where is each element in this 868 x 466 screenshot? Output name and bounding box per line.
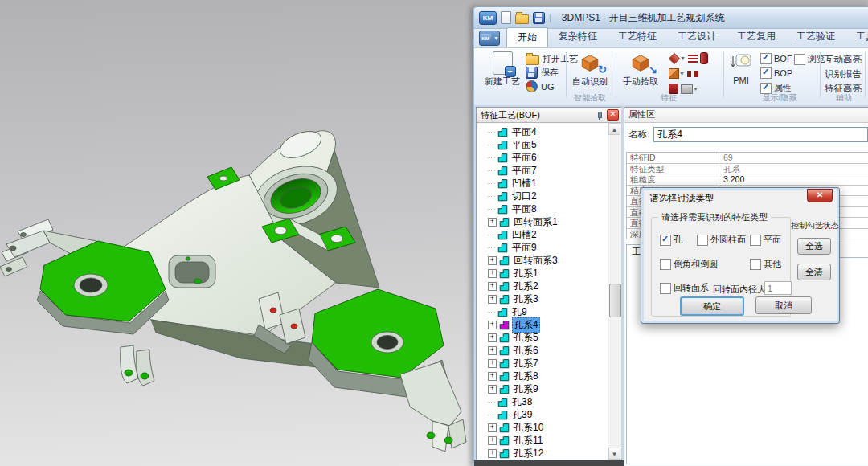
expand-icon[interactable]: + [488, 282, 497, 291]
tree-item[interactable]: +孔系10 [477, 421, 608, 434]
feature-icon [499, 320, 510, 330]
tree-item[interactable]: 切口2 [477, 190, 608, 202]
tree-item[interactable]: 凹槽1 [477, 177, 608, 190]
pin-icon[interactable] [595, 111, 604, 120]
dialog-close-icon[interactable]: ✕ [807, 189, 833, 202]
expand-icon[interactable]: + [488, 218, 497, 227]
clear-all-button[interactable]: 全清 [797, 264, 831, 280]
expand-icon[interactable]: + [488, 346, 497, 355]
ok-button[interactable]: 确定 [680, 296, 744, 316]
tree-item[interactable]: +回转面系3 [477, 254, 608, 267]
expand-icon[interactable]: + [488, 385, 497, 394]
outer-cylinder-checkbox-box[interactable] [697, 235, 708, 246]
scroll-down-arrow[interactable]: ▼ [608, 448, 620, 460]
select-all-button[interactable]: 全选 [797, 238, 831, 255]
tree-item[interactable]: +孔系7 [477, 357, 608, 370]
revolve-checkbox-box[interactable] [660, 283, 671, 294]
tab-工艺特征[interactable]: 工艺特征 [608, 27, 667, 47]
expand-icon[interactable]: + [488, 321, 497, 329]
checkbox-hole[interactable]: 孔 [660, 234, 682, 246]
auto-recognize-button[interactable]: ↻ 自动识别 [568, 50, 612, 95]
feature-diamond-button[interactable]: ▼ [669, 53, 686, 64]
interactive-highlight-button[interactable]: 互动高亮 [825, 54, 862, 66]
tab-开始[interactable]: 开始 [506, 27, 548, 47]
close-panel-icon[interactable]: ✕ [607, 109, 619, 121]
checkbox-browse[interactable]: 浏览 [794, 53, 825, 65]
bracket-part-model[interactable] [0, 0, 473, 466]
tree-item[interactable]: +孔系6 [477, 344, 608, 357]
bop-checkbox-box[interactable] [760, 67, 772, 79]
chamfer-checkbox-box[interactable] [660, 259, 671, 270]
tree-item[interactable]: +孔系12 [477, 447, 608, 460]
expand-icon[interactable]: + [488, 449, 497, 458]
tree-item[interactable]: +孔系4 [477, 318, 608, 331]
scroll-thumb[interactable] [609, 284, 621, 317]
expand-icon[interactable]: + [488, 372, 497, 381]
3d-viewport[interactable] [0, 0, 473, 466]
tab-复杂特征[interactable]: 复杂特征 [548, 27, 608, 47]
feature-cylinder-button[interactable] [700, 52, 708, 64]
tab-工具[interactable]: 工具 [845, 27, 868, 47]
feature-icon [497, 140, 508, 150]
tree-item[interactable]: 孔39 [477, 408, 608, 421]
manual-pick-button[interactable]: ↘ 手动拾取 [619, 50, 662, 95]
plane-checkbox-box[interactable] [750, 235, 761, 246]
expand-icon[interactable]: + [488, 359, 497, 368]
other-checkbox-box[interactable] [750, 259, 761, 270]
new-process-button[interactable]: 新建工艺 [481, 50, 524, 95]
cancel-button[interactable]: 取消 [755, 296, 812, 314]
feature-box-button[interactable]: ▼ [669, 68, 685, 79]
tree-scrollbar[interactable]: ▲ ▼ [608, 123, 621, 460]
app-menu-button[interactable]: KM ▼ [479, 31, 500, 46]
checkbox-revolve-face[interactable]: 回转面系 [660, 282, 709, 294]
expand-icon[interactable]: + [488, 333, 497, 342]
expand-icon[interactable]: + [488, 295, 497, 304]
tree-connector [488, 195, 495, 197]
checkbox-bof[interactable]: BOF [760, 53, 792, 64]
tree-item[interactable]: +孔系3 [477, 292, 608, 305]
checkbox-bop[interactable]: BOP [760, 67, 792, 79]
open-file-icon[interactable] [515, 14, 529, 24]
tree-item[interactable]: 平面4 [477, 125, 608, 138]
save-icon[interactable] [533, 12, 545, 24]
checkbox-other[interactable]: 其他 [750, 258, 781, 270]
new-file-icon[interactable] [501, 11, 511, 24]
tree-item[interactable]: 孔9 [477, 305, 608, 318]
expand-icon[interactable]: + [488, 256, 497, 265]
browse-checkbox-box[interactable] [794, 54, 805, 65]
tree-item[interactable]: 凹槽2 [477, 228, 608, 241]
tree-item[interactable]: +孔系11 [477, 434, 608, 447]
bof-checkbox-box[interactable] [760, 53, 772, 64]
feature-icon [499, 448, 510, 459]
tree-item[interactable]: +孔系5 [477, 331, 608, 344]
tree-item[interactable]: 平面8 [477, 202, 608, 215]
expand-icon[interactable]: + [488, 423, 497, 432]
tree-item[interactable]: +孔系2 [477, 280, 608, 292]
tree-item[interactable]: +孔系8 [477, 370, 608, 382]
checkbox-plane[interactable]: 平面 [750, 234, 781, 246]
feature-list-button[interactable] [688, 55, 698, 63]
checkbox-outer-cylinder[interactable]: 外圆柱面 [697, 234, 746, 246]
inner-diameter-input[interactable] [764, 281, 792, 295]
tree-item[interactable]: 平面7 [477, 164, 608, 177]
tree-item[interactable]: 平面6 [477, 151, 608, 164]
checkbox-chamfer-fillet[interactable]: 倒角和倒圆 [660, 258, 718, 270]
tab-工艺验证[interactable]: 工艺验证 [786, 27, 845, 47]
expand-icon[interactable]: + [488, 269, 497, 278]
tree-item[interactable]: 孔38 [477, 395, 608, 408]
tree-item[interactable]: +孔系1 [477, 267, 608, 280]
tree-item[interactable]: 平面5 [477, 138, 608, 151]
dialog-title: 请选择过滤类型 [649, 193, 714, 205]
tree-item[interactable]: 平面9 [477, 241, 608, 254]
tree-item[interactable]: +孔系9 [477, 382, 608, 395]
feature-pair-button[interactable] [687, 71, 698, 77]
name-input[interactable] [653, 127, 868, 142]
recognition-report-button[interactable]: 识别报告 [825, 68, 862, 80]
pmi-button[interactable]: PMI [727, 50, 755, 95]
tab-工艺设计[interactable]: 工艺设计 [667, 27, 727, 47]
scroll-up-arrow[interactable]: ▲ [608, 123, 620, 135]
tree-item[interactable]: +回转面系1 [477, 215, 608, 228]
hole-checkbox-box[interactable] [660, 235, 671, 246]
expand-icon[interactable]: + [488, 436, 497, 445]
tab-工艺复用[interactable]: 工艺复用 [727, 27, 786, 47]
